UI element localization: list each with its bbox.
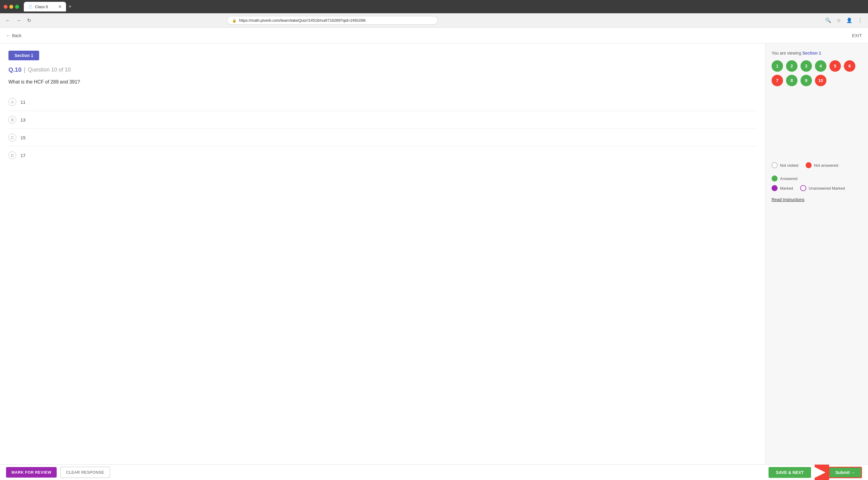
- quiz-content: Section 1 Q.10 | Question 10 of 10 What …: [0, 43, 766, 479]
- not-visited-label: Not visited: [780, 163, 798, 168]
- minimize-button[interactable]: [9, 5, 13, 9]
- question-header: Q.10 | Question 10 of 10: [8, 66, 757, 73]
- legend-unanswered-marked: Unanswered Marked: [800, 185, 845, 191]
- viewing-section[interactable]: Section 1: [802, 51, 821, 56]
- arrow-icon: [815, 467, 829, 478]
- option-a[interactable]: A 11: [8, 93, 757, 111]
- question-bubble-6[interactable]: 6: [844, 60, 855, 72]
- unanswered-marked-dot: [800, 185, 806, 191]
- reload-button[interactable]: ↻: [26, 16, 32, 24]
- exit-button[interactable]: EXIT: [852, 33, 862, 38]
- bookmark-icon[interactable]: ☆: [835, 16, 842, 24]
- address-bar-row: ← → ↻ 🔒 https://math.piverb.com/learn/ta…: [0, 13, 868, 28]
- option-c-circle: C: [8, 133, 16, 142]
- url-display: https://math.piverb.com/learn/takeQuiz//…: [239, 18, 366, 23]
- option-b-circle: B: [8, 116, 16, 124]
- not-answered-dot: [806, 162, 812, 168]
- profile-icon[interactable]: 👤: [845, 16, 854, 24]
- section-badge: Section 1: [8, 51, 39, 60]
- legend-row-1: Not visited Not answered Answered: [772, 162, 862, 181]
- app-header: ← Back EXIT: [0, 28, 868, 43]
- address-bar[interactable]: 🔒 https://math.piverb.com/learn/takeQuiz…: [227, 16, 438, 25]
- legend-answered: Answered: [772, 176, 798, 181]
- save-next-button[interactable]: SAVE & NEXT: [769, 467, 811, 478]
- main-layout: Section 1 Q.10 | Question 10 of 10 What …: [0, 43, 868, 479]
- traffic-lights: [4, 5, 19, 9]
- option-d[interactable]: D 17: [8, 147, 757, 164]
- answered-dot: [772, 176, 778, 181]
- question-bubble-3[interactable]: 3: [801, 60, 812, 72]
- lock-icon: 🔒: [232, 19, 237, 23]
- tab-close-button[interactable]: ✕: [58, 4, 62, 9]
- question-text: What is the HCF of 289 and 391?: [8, 79, 757, 85]
- option-c[interactable]: C 15: [8, 129, 757, 147]
- right-sidebar: You are viewing Section 1 1 2 3 4 5 6 7 …: [766, 43, 868, 479]
- marked-label: Marked: [780, 186, 793, 190]
- tab-title: Class 6: [35, 4, 48, 9]
- bottom-bar: MARK FOR REVIEW CLEAR RESPONSE SAVE & NE…: [0, 464, 868, 479]
- question-label: Question 10 of 10: [28, 67, 71, 73]
- option-c-text: 15: [21, 135, 26, 140]
- answered-label: Answered: [780, 176, 798, 181]
- back-label: Back: [12, 33, 22, 38]
- option-a-text: 11: [21, 99, 26, 104]
- legend: Not visited Not answered Answered Marked: [772, 156, 862, 202]
- not-answered-label: Not answered: [814, 163, 838, 168]
- back-button[interactable]: ← Back: [6, 33, 22, 38]
- option-b[interactable]: B 13: [8, 111, 757, 129]
- legend-marked: Marked: [772, 185, 793, 191]
- not-visited-dot: [772, 162, 778, 168]
- search-icon[interactable]: 🔍: [824, 16, 832, 24]
- question-bubble-1[interactable]: 1: [772, 60, 783, 72]
- question-bubble-4[interactable]: 4: [815, 60, 827, 72]
- option-d-circle: D: [8, 151, 16, 159]
- submit-button[interactable]: Submit →: [829, 467, 862, 478]
- question-grid: 1 2 3 4 5 6 7 8 9 10: [772, 60, 862, 86]
- tab-bar: 📄 Class 6 ✕ +: [24, 2, 864, 11]
- forward-nav-button[interactable]: →: [15, 17, 22, 24]
- question-bubble-7[interactable]: 7: [772, 75, 783, 86]
- viewing-prefix: You are viewing: [772, 51, 801, 56]
- legend-not-visited: Not visited: [772, 162, 798, 168]
- question-bubble-10[interactable]: 10: [815, 75, 827, 86]
- option-d-text: 17: [21, 153, 26, 158]
- options-list: A 11 B 13 C 15 D 17: [8, 93, 757, 164]
- question-bubble-5[interactable]: 5: [830, 60, 841, 72]
- question-bubble-9[interactable]: 9: [801, 75, 812, 86]
- back-nav-button[interactable]: ←: [4, 17, 11, 24]
- read-instructions-link[interactable]: Read Instructions: [772, 197, 804, 202]
- unanswered-marked-label: Unanswered Marked: [809, 186, 845, 190]
- question-separator: |: [24, 66, 25, 73]
- submit-area: Submit →: [815, 464, 862, 479]
- new-tab-button[interactable]: +: [68, 4, 72, 10]
- menu-icon[interactable]: ⋮: [857, 16, 864, 24]
- question-bubble-2[interactable]: 2: [786, 60, 798, 72]
- tab-favicon: 📄: [28, 4, 33, 9]
- legend-not-answered: Not answered: [806, 162, 838, 168]
- legend-row-2: Marked Unanswered Marked: [772, 185, 862, 191]
- back-arrow-icon: ←: [6, 33, 10, 38]
- active-tab[interactable]: 📄 Class 6 ✕: [24, 2, 66, 11]
- toolbar-icons: 🔍 ☆ 👤 ⋮: [824, 16, 864, 24]
- viewing-text: You are viewing Section 1: [772, 51, 862, 56]
- maximize-button[interactable]: [15, 5, 19, 9]
- question-bubble-8[interactable]: 8: [786, 75, 798, 86]
- marked-dot: [772, 185, 778, 191]
- option-a-circle: A: [8, 98, 16, 106]
- question-number: Q.10: [8, 66, 22, 73]
- close-button[interactable]: [4, 5, 7, 9]
- option-b-text: 13: [21, 117, 26, 122]
- arrow-indicator: [815, 464, 829, 479]
- clear-response-button[interactable]: CLEAR RESPONSE: [60, 467, 110, 478]
- mark-for-review-button[interactable]: MARK FOR REVIEW: [6, 467, 57, 478]
- submit-label: Submit →: [835, 470, 855, 475]
- svg-marker-0: [815, 467, 826, 478]
- browser-chrome: 📄 Class 6 ✕ +: [0, 0, 868, 13]
